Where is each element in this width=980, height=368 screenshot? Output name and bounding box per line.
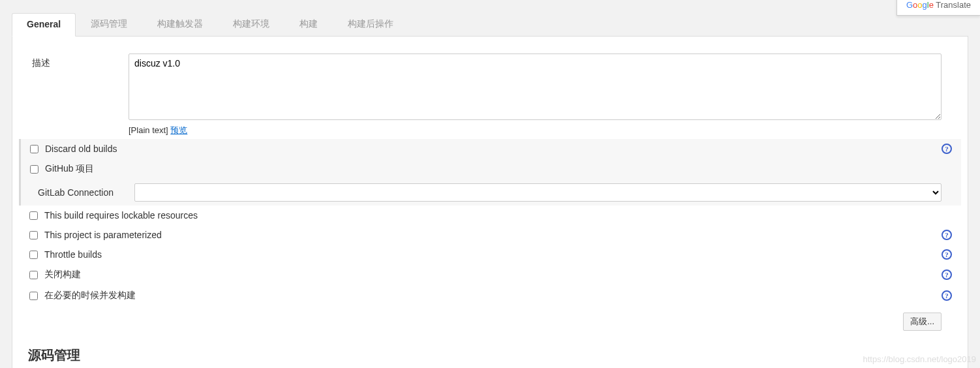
concurrent-build-label: 在必要的时候并发构建 [44,290,136,301]
tab-environment[interactable]: 构建环境 [218,12,284,37]
tab-post-build-label: 构建后操作 [348,18,393,29]
section-title-scm: 源码管理 [19,337,961,368]
tab-triggers-label: 构建触发器 [157,18,203,29]
discard-old-builds-checkbox[interactable] [30,145,38,153]
help-icon[interactable]: ? [942,230,952,240]
tab-general[interactable]: General [12,13,76,37]
throttle-builds-label: Throttle builds [44,249,102,260]
throttle-builds-row: Throttle builds ? [19,245,961,264]
config-panel: 描述 [Plain text] 预览 Discard old builds ? … [12,37,968,368]
advanced-row: 高级... [19,306,961,337]
lockable-resources-checkbox[interactable] [29,211,38,220]
description-label: 描述 [19,54,129,69]
tab-post-build[interactable]: 构建后操作 [333,12,408,37]
help-icon[interactable]: ? [942,249,952,260]
concurrent-build-checkbox[interactable] [29,292,38,300]
description-row: 描述 [Plain text] 预览 [19,54,961,136]
discard-old-builds-row: Discard old builds ? [19,139,961,159]
tab-scm-label: 源码管理 [91,18,127,29]
lockable-resources-label: This build requires lockable resources [44,210,198,221]
config-tabs: General 源码管理 构建触发器 构建环境 构建 构建后操作 [12,12,968,37]
description-hint: [Plain text] 预览 [129,125,942,136]
gitlab-connection-label: GitLab Connection [38,187,134,198]
help-icon[interactable]: ? [942,290,952,301]
tab-triggers[interactable]: 构建触发器 [142,12,218,37]
parameterized-checkbox[interactable] [29,231,38,239]
github-project-label: GitHub 项目 [45,163,94,175]
tab-build-label: 构建 [299,18,318,29]
help-icon[interactable]: ? [942,144,952,154]
lockable-resources-row: This build requires lockable resources [19,206,961,225]
gitlab-connection-row: GitLab Connection [19,179,961,206]
disable-build-label: 关闭构建 [44,269,81,281]
concurrent-build-row: 在必要的时候并发构建 ? [19,285,961,306]
gitlab-connection-select[interactable] [134,183,942,202]
help-icon[interactable]: ? [942,269,952,280]
advanced-button[interactable]: 高级... [903,313,942,331]
preview-link[interactable]: 预览 [170,125,187,135]
tab-build[interactable]: 构建 [284,12,333,37]
translate-label: Translate [936,0,971,10]
discard-old-builds-label: Discard old builds [45,144,117,154]
throttle-builds-checkbox[interactable] [29,251,38,259]
parameterized-row: This project is parameterized ? [19,225,961,245]
tab-environment-label: 构建环境 [233,18,269,29]
disable-build-row: 关闭构建 ? [19,264,961,285]
description-input[interactable] [129,54,942,120]
parameterized-label: This project is parameterized [44,230,162,240]
github-project-row: GitHub 项目 [19,159,961,179]
github-project-checkbox[interactable] [30,165,38,174]
description-format-label: [Plain text] [129,125,170,135]
tab-general-label: General [27,19,61,29]
disable-build-checkbox[interactable] [29,271,38,279]
google-logo-text: Google [906,0,934,10]
tab-scm[interactable]: 源码管理 [76,12,142,37]
